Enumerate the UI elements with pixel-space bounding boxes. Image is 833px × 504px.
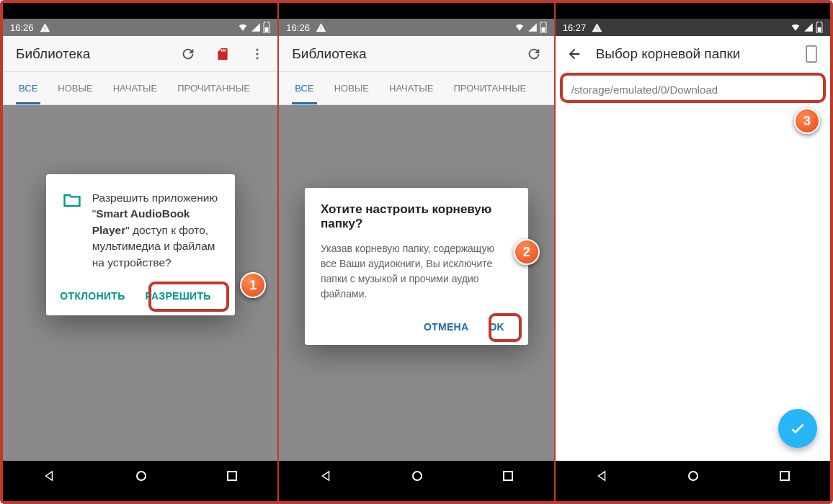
tab-started[interactable]: НАЧАТЫЕ bbox=[379, 72, 443, 104]
app-title: Библиотека bbox=[292, 46, 513, 62]
nav-home[interactable] bbox=[135, 470, 147, 485]
ok-button[interactable]: OK bbox=[481, 315, 512, 339]
tab-new[interactable]: НОВЫЕ bbox=[48, 72, 102, 104]
tabs: ВСЕ НОВЫЕ НАЧАТЫЕ ПРОЧИТАННЫЕ bbox=[279, 72, 553, 105]
battery-icon bbox=[540, 22, 547, 33]
nav-bar bbox=[3, 461, 277, 494]
permission-text: Разрешить приложению "Smart AudioBook Pl… bbox=[92, 190, 219, 271]
bezel-bottom bbox=[279, 494, 553, 501]
callout-marker-1: 1 bbox=[240, 272, 266, 298]
tab-started[interactable]: НАЧАТЫЕ bbox=[103, 72, 167, 104]
svg-rect-15 bbox=[780, 472, 789, 480]
svg-rect-3 bbox=[225, 49, 226, 51]
dialog-text: Указав корневую папку, содержащую все Ва… bbox=[321, 241, 512, 302]
svg-point-10 bbox=[413, 472, 422, 480]
svg-point-4 bbox=[257, 48, 259, 50]
svg-rect-13 bbox=[806, 46, 816, 62]
sdcard-icon bbox=[215, 46, 230, 62]
nav-home[interactable] bbox=[687, 470, 699, 485]
status-bar: 16:27 bbox=[556, 19, 830, 36]
status-time: 16:26 bbox=[10, 22, 34, 33]
status-time: 16:26 bbox=[286, 22, 310, 33]
content-area: /storage/emulated/0/Download 3 bbox=[556, 72, 830, 461]
path-field[interactable]: /storage/emulated/0/Download bbox=[563, 76, 823, 103]
wifi-icon bbox=[514, 22, 525, 32]
arrow-back-icon bbox=[566, 46, 582, 62]
svg-point-14 bbox=[689, 472, 698, 480]
wifi-icon bbox=[790, 22, 801, 32]
nav-recent[interactable] bbox=[502, 470, 514, 485]
status-bar: 16:26 bbox=[3, 19, 277, 36]
allow-button[interactable]: РАЗРЕШИТЬ bbox=[138, 284, 219, 308]
tab-new[interactable]: НОВЫЕ bbox=[324, 72, 379, 104]
tab-read[interactable]: ПРОЧИТАННЫЕ bbox=[167, 72, 260, 104]
phone-screen-1: 16:26 Библиотека ВСЕ НОВЫЕ НАЧ bbox=[3, 3, 279, 501]
bezel-bottom bbox=[556, 494, 830, 501]
content-area: Разрешить приложению "Smart AudioBook Pl… bbox=[3, 105, 277, 461]
folder-icon bbox=[62, 190, 82, 210]
battery-icon bbox=[263, 22, 270, 33]
nav-bar bbox=[279, 461, 553, 494]
confirm-fab[interactable] bbox=[778, 409, 817, 448]
signal-icon bbox=[803, 22, 814, 32]
refresh-icon bbox=[180, 46, 196, 62]
warning-icon bbox=[40, 22, 50, 33]
app-title: Библиотека bbox=[16, 46, 168, 62]
phone-screen-3: 16:27 Выбор корневой папки /storage/emul… bbox=[556, 3, 830, 501]
refresh-button[interactable] bbox=[174, 40, 202, 68]
svg-rect-12 bbox=[818, 27, 821, 32]
picker-app-bar: Выбор корневой папки bbox=[556, 36, 830, 72]
refresh-icon bbox=[526, 46, 542, 62]
phone-screen-2: 16:26 Библиотека ВСЕ НОВЫЕ НАЧАТЫЕ ПРОЧИ… bbox=[279, 3, 555, 501]
sdcard-button[interactable] bbox=[208, 40, 237, 68]
tabs: ВСЕ НОВЫЕ НАЧАТЫЕ ПРОЧИТАННЫЕ bbox=[3, 72, 277, 105]
tab-all[interactable]: ВСЕ bbox=[285, 72, 324, 104]
status-time: 16:27 bbox=[563, 22, 587, 33]
tab-read[interactable]: ПРОЧИТАННЫЕ bbox=[443, 72, 536, 104]
back-button[interactable] bbox=[560, 40, 589, 68]
content-area: Хотите настроить корневую папку? Указав … bbox=[279, 105, 553, 461]
nav-back[interactable] bbox=[43, 469, 55, 485]
nav-home[interactable] bbox=[411, 470, 423, 485]
battery-icon bbox=[816, 22, 823, 33]
dialog-title: Хотите настроить корневую папку? bbox=[321, 202, 512, 231]
svg-point-6 bbox=[257, 57, 259, 59]
refresh-button[interactable] bbox=[520, 40, 548, 68]
check-icon bbox=[788, 419, 807, 438]
nav-recent[interactable] bbox=[226, 470, 238, 485]
app-bar: Библиотека bbox=[3, 36, 277, 72]
callout-marker-2: 2 bbox=[514, 239, 540, 265]
bezel-top bbox=[556, 3, 830, 19]
bezel-top bbox=[279, 3, 553, 19]
svg-rect-9 bbox=[541, 27, 545, 32]
root-folder-dialog: Хотите настроить корневую папку? Указав … bbox=[305, 188, 528, 345]
more-vert-icon bbox=[250, 47, 264, 61]
status-bar: 16:26 bbox=[279, 19, 553, 36]
svg-rect-1 bbox=[221, 49, 223, 51]
picker-title: Выбор корневой папки bbox=[596, 46, 790, 62]
device-button[interactable] bbox=[797, 40, 826, 68]
cancel-button[interactable]: ОТМЕНА bbox=[416, 315, 476, 339]
svg-rect-0 bbox=[265, 27, 269, 32]
deny-button[interactable]: ОТКЛОНИТЬ bbox=[52, 284, 133, 308]
warning-icon bbox=[316, 22, 326, 33]
permission-dialog: Разрешить приложению "Smart AudioBook Pl… bbox=[46, 174, 235, 315]
bezel-bottom bbox=[3, 494, 277, 501]
svg-point-5 bbox=[257, 53, 259, 55]
more-button[interactable] bbox=[243, 40, 272, 68]
signal-icon bbox=[251, 22, 261, 32]
svg-point-7 bbox=[137, 472, 146, 480]
app-bar: Библиотека bbox=[279, 36, 553, 72]
nav-back[interactable] bbox=[319, 469, 332, 485]
svg-rect-11 bbox=[504, 472, 512, 480]
signal-icon bbox=[527, 22, 538, 32]
nav-back[interactable] bbox=[595, 469, 608, 485]
warning-icon bbox=[592, 22, 602, 33]
svg-rect-2 bbox=[223, 49, 224, 51]
callout-marker-3: 3 bbox=[794, 108, 820, 134]
phone-device-icon bbox=[805, 45, 818, 63]
svg-rect-8 bbox=[228, 472, 236, 480]
nav-recent[interactable] bbox=[779, 470, 790, 485]
nav-bar bbox=[556, 461, 830, 494]
tab-all[interactable]: ВСЕ bbox=[9, 72, 48, 104]
